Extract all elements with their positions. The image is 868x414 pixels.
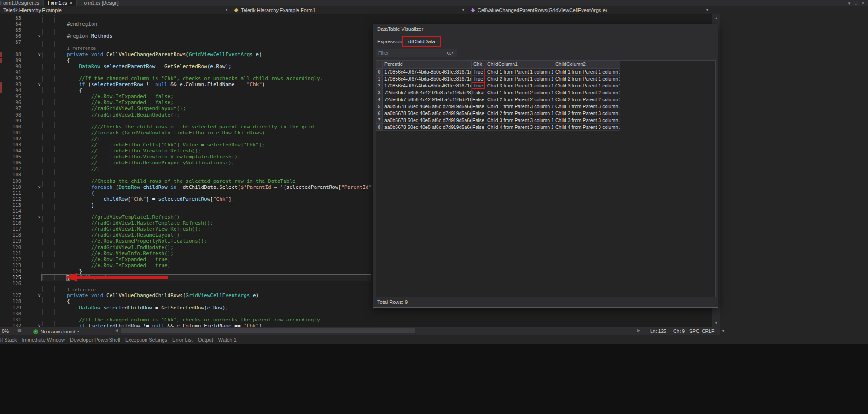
code-token: private <box>67 52 88 58</box>
member-dropdown[interactable]: CellValueChangedParentRows(GridViewCellE… <box>468 6 712 14</box>
column-indicator[interactable]: Ch: 9 <box>673 328 685 334</box>
fold-chevron-icon[interactable]: ∨ <box>21 292 42 298</box>
grid-cell-chk[interactable]: False <box>472 89 485 96</box>
grid-cell-childcolumn2[interactable]: Child 2 from Parent 1 column 2 <box>553 76 620 82</box>
fold-chevron-icon[interactable]: ∨ <box>21 33 42 39</box>
filter-input[interactable] <box>376 49 443 57</box>
fold-chevron-icon[interactable]: ∨ <box>21 52 42 58</box>
line-ending-indicator[interactable]: CRLF <box>702 328 714 334</box>
grid-cell-childcolumn2[interactable]: Child 3 from Parent 3 column 2 <box>553 117 620 124</box>
grid-cell-childcolumn1[interactable]: Child 3 from Parent 3 column 1 <box>485 117 553 124</box>
grid-cell-childcolumn1[interactable]: Child 4 from Parent 3 column 1 <box>485 124 553 131</box>
float-window-icon[interactable]: □ <box>855 1 857 6</box>
panel-tab[interactable]: Watch 1 <box>218 337 237 343</box>
line-indicator[interactable]: Ln: 125 <box>650 328 666 334</box>
grid-row-header[interactable]: 7 <box>376 117 383 124</box>
grid-cell-parentid[interactable]: aa0b5678-50ec-40e5-af6c-d7d919d5a6e9 <box>383 117 472 124</box>
grid-cell-childcolumn2[interactable]: Child 2 from Parent 2 column 2 <box>553 96 620 103</box>
split-view-icon[interactable]: ▦ <box>17 328 22 333</box>
grid-row-header[interactable]: 8 <box>376 124 383 131</box>
panel-tab[interactable]: Output <box>198 337 213 343</box>
type-dropdown[interactable]: Telerik.Hierarchy.Example.Form1 ▾ <box>231 6 468 14</box>
spaces-indicator[interactable]: SPC <box>689 328 699 334</box>
grid-cell-childcolumn2[interactable]: Child 3 from Parent 1 column 2 <box>553 82 620 89</box>
scroll-right-icon[interactable]: ▶ <box>637 328 640 332</box>
document-health-indicator[interactable]: ✓ No issues found ▾ <box>33 328 79 335</box>
grid-cell-childcolumn2[interactable]: Child 1 from Parent 1 column 2 <box>553 69 620 76</box>
grid-row-header[interactable]: 6 <box>376 110 383 117</box>
close-window-icon[interactable]: × <box>862 1 864 6</box>
overflow-chevron-icon[interactable]: ▾ <box>722 329 724 333</box>
grid-row-header[interactable]: 2 <box>376 82 383 89</box>
scroll-down-icon[interactable]: ▼ <box>712 321 720 325</box>
document-tab[interactable]: Form1.cs [Design] <box>77 0 123 6</box>
fold-chevron-icon[interactable]: ∨ <box>21 214 42 220</box>
grid-cell-childcolumn2[interactable]: Child 1 from Parent 2 column 2 <box>553 89 620 96</box>
fold-chevron-icon[interactable]: ∨ <box>21 323 42 327</box>
grid-row-header[interactable]: 3 <box>376 89 383 96</box>
grid-row-header[interactable]: 1 <box>376 76 383 82</box>
grid-column-header[interactable]: Chk <box>472 61 485 69</box>
document-tab[interactable]: Form1.cs× <box>44 0 77 6</box>
grid-row-filler <box>620 89 715 96</box>
panel-tab[interactable]: Call Stack <box>0 337 17 343</box>
grid-cell-childcolumn1[interactable]: Child 2 from Parent 1 column 1 <box>485 76 553 82</box>
gutter-margin <box>0 214 6 220</box>
panel-tab[interactable]: Immediate Window <box>22 337 65 343</box>
grid-cell-childcolumn2[interactable]: Child 4 from Parent 3 column 2 <box>553 124 620 131</box>
grid-cell-childcolumn1[interactable]: Child 2 from Parent 3 column 1 <box>485 110 553 117</box>
grid-cell-parentid[interactable]: 170856c4-0f67-4bda-8b0c-f61fee81671e <box>383 69 472 76</box>
grid-cell-chk[interactable]: True <box>472 82 485 89</box>
grid-column-header[interactable]: ChildColumn2 <box>553 61 620 69</box>
search-button[interactable]: ▾ <box>443 49 457 57</box>
grid-cell-childcolumn1[interactable]: Child 2 from Parent 2 column 1 <box>485 96 553 103</box>
code-token: DataRow <box>79 305 100 311</box>
grid-cell-childcolumn2[interactable]: Child 2 from Parent 3 column 2 <box>553 110 620 117</box>
grid-cell-parentid[interactable]: 170856c4-0f67-4bda-8b0c-f61fee81671e <box>383 76 472 82</box>
panel-tab[interactable]: Developer PowerShell <box>70 337 120 343</box>
grid-cell-parentid[interactable]: 72de6bb7-b6b6-4c42-91e8-a4c116ab28ca <box>383 96 472 103</box>
tab-list-chevron-icon[interactable]: ▾ <box>848 1 851 6</box>
codelens-references[interactable]: 1 reference <box>67 46 96 51</box>
zoom-level[interactable]: 0% <box>2 328 9 334</box>
grid-column-header[interactable]: ChildColumn1 <box>485 61 553 69</box>
grid-cell-childcolumn1[interactable]: Child 1 from Parent 3 column 1 <box>485 103 553 110</box>
codelens-references[interactable]: 1 reference <box>67 287 96 292</box>
close-tab-icon[interactable]: × <box>70 0 73 6</box>
fold-margin <box>21 154 42 160</box>
grid-cell-childcolumn1[interactable]: Child 1 from Parent 1 column 1 <box>485 69 553 76</box>
grid-cell-chk[interactable]: False <box>472 96 485 103</box>
panel-tab[interactable]: Exception Settings <box>125 337 167 343</box>
grid-cell-childcolumn1[interactable]: Child 3 from Parent 1 column 1 <box>485 82 553 89</box>
grid-cell-childcolumn2[interactable]: Child 1 from Parent 3 column 2 <box>553 103 620 110</box>
panel-tab[interactable]: Error List <box>172 337 193 343</box>
grid-column-header[interactable]: ParentId <box>383 61 472 69</box>
grid-cell-parentid[interactable]: aa0b5678-50ec-40e5-af6c-d7d919d5a6e9 <box>383 124 472 131</box>
grid-cell-chk[interactable]: False <box>472 103 485 110</box>
grid-cell-parentid[interactable]: aa0b5678-50ec-40e5-af6c-d7d919d5a6e9 <box>383 103 472 110</box>
scroll-left-icon[interactable]: ◀ <box>115 328 118 332</box>
fold-chevron-icon[interactable]: ∨ <box>21 82 42 87</box>
grid-cell-chk[interactable]: True <box>472 76 485 82</box>
grid-row-header[interactable]: 0 <box>376 69 383 76</box>
grid-cell-chk[interactable]: False <box>472 117 485 124</box>
chevron-down-icon: ▾ <box>452 51 454 55</box>
fold-chevron-icon[interactable]: ∨ <box>21 184 42 190</box>
grid-row-header[interactable]: 5 <box>376 103 383 110</box>
gutter-margin <box>0 238 6 244</box>
grid-cell-parentid[interactable]: 72de6bb7-b6b6-4c42-91e8-a4c116ab28ca <box>383 89 472 96</box>
grid-cell-parentid[interactable]: 170856c4-0f67-4bda-8b0c-f61fee81671e <box>383 82 472 89</box>
grid-cell-parentid[interactable]: aa0b5678-50ec-40e5-af6c-d7d919d5a6e9 <box>383 110 472 117</box>
dialog-title[interactable]: DataTable Visualizer <box>377 26 423 32</box>
document-tab[interactable]: Form1.Designer.cs <box>0 0 44 6</box>
grid-cell-chk[interactable]: True <box>472 69 485 76</box>
project-dropdown[interactable]: Telerik.Hierarchy.Example ▾ <box>0 6 231 14</box>
grid-cell-childcolumn1[interactable]: Child 1 from Parent 2 column 1 <box>485 89 553 96</box>
grid-cell-chk[interactable]: False <box>472 110 485 117</box>
horizontal-scrollbar-thumb[interactable] <box>121 328 415 333</box>
class-icon <box>234 8 238 12</box>
grid-row-header[interactable]: 4 <box>376 96 383 103</box>
scroll-up-icon[interactable]: ▲ <box>712 17 720 20</box>
grid-cell-chk[interactable]: False <box>472 124 485 131</box>
grid-column-header[interactable] <box>376 61 383 69</box>
